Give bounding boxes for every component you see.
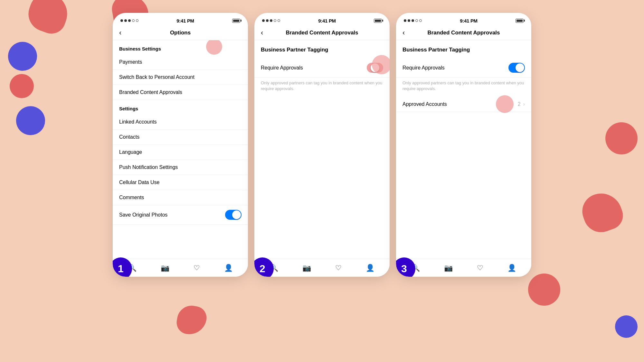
dot3 xyxy=(128,19,131,22)
push-notifications-label: Push Notification Settings xyxy=(119,164,178,170)
menu-item-save-photos[interactable]: Save Original Photos xyxy=(113,205,248,225)
chevron-right-icon: › xyxy=(523,101,525,107)
battery-icon-3 xyxy=(516,19,524,23)
dot4 xyxy=(132,19,135,22)
tab-camera-1[interactable]: 📷 xyxy=(158,261,172,275)
battery-icon-2 xyxy=(374,19,382,23)
dot3-3 xyxy=(412,19,414,22)
approved-accounts-label: Approved Accounts xyxy=(402,101,447,107)
tab-bar-1: 🔍 📷 ♡ 👤 xyxy=(113,259,248,277)
menu-item-linked-accounts[interactable]: Linked Accounts xyxy=(113,115,248,130)
battery-icon-1 xyxy=(232,19,240,23)
tab-heart-3[interactable]: ♡ xyxy=(474,261,486,275)
tab-camera-2[interactable]: 📷 xyxy=(300,261,314,275)
menu-item-branded-content[interactable]: Branded Content Approvals xyxy=(113,85,248,100)
tab-bar-3: 🔍 📷 ♡ 👤 xyxy=(396,259,531,277)
tab-bar-2: 🔍 📷 ♡ 👤 xyxy=(254,259,390,277)
menu-item-switch-account[interactable]: Switch Back to Personal Account xyxy=(113,70,248,85)
nav-title-2: Branded Content Approvals xyxy=(286,30,358,36)
back-button-3[interactable]: ‹ xyxy=(402,29,405,37)
tab-heart-2[interactable]: ♡ xyxy=(333,261,344,275)
tab-heart-1[interactable]: ♡ xyxy=(191,261,203,275)
dot3-2 xyxy=(270,19,272,22)
section-header-business: Business Settings xyxy=(113,40,248,55)
phone-1: 9:41 PM ‹ Options Business Settings Paym… xyxy=(113,13,248,277)
payments-label: Payments xyxy=(119,59,142,65)
status-time-1: 9:41 PM xyxy=(176,18,194,23)
bca-section-title-2: Business Partner Tagging xyxy=(254,40,390,58)
dot5-3 xyxy=(419,19,422,22)
battery-fill-1 xyxy=(233,20,239,22)
linked-accounts-label: Linked Accounts xyxy=(119,119,157,125)
approved-accounts-row[interactable]: Approved Accounts 2 › xyxy=(396,97,531,112)
require-approvals-row-3[interactable]: Require Approvals xyxy=(396,58,531,78)
dot2-2 xyxy=(266,19,269,22)
status-bar-2: 9:41 PM xyxy=(254,13,390,27)
nav-header-3: ‹ Branded Content Approvals xyxy=(396,27,531,40)
signal-dots-2 xyxy=(262,19,280,22)
tab-person-2[interactable]: 👤 xyxy=(363,261,377,275)
toggle-knob xyxy=(232,210,241,219)
dot2-3 xyxy=(408,19,410,22)
require-approvals-toggle-2[interactable] xyxy=(367,63,383,73)
phone-3-content: Business Partner Tagging Require Approva… xyxy=(396,40,531,255)
toggle-knob-3 xyxy=(516,63,524,72)
tab-person-1[interactable]: 👤 xyxy=(222,261,235,275)
nav-title-3: Branded Content Approvals xyxy=(427,30,500,36)
status-time-3: 9:41 PM xyxy=(460,18,478,23)
dot4-3 xyxy=(415,19,418,22)
status-bar-3: 9:41 PM xyxy=(396,13,531,27)
phone-3: 9:41 PM ‹ Branded Content Approvals Busi… xyxy=(396,13,531,277)
phone-2: 9:41 PM ‹ Branded Content Approvals Busi… xyxy=(254,13,390,277)
dot1 xyxy=(120,19,123,22)
status-battery-2 xyxy=(374,19,382,23)
status-bar-1: 9:41 PM xyxy=(113,13,248,27)
save-photos-toggle[interactable] xyxy=(225,210,242,220)
phone-1-content: Business Settings Payments Switch Back t… xyxy=(113,40,248,255)
menu-item-contacts[interactable]: Contacts xyxy=(113,130,248,145)
status-time-2: 9:41 PM xyxy=(318,18,336,23)
approved-accounts-right: 2 › xyxy=(518,101,525,107)
tab-camera-3[interactable]: 📷 xyxy=(441,261,455,275)
section-header-settings: Settings xyxy=(113,100,248,115)
dot5 xyxy=(136,19,138,22)
require-approvals-toggle-3[interactable] xyxy=(508,63,525,73)
back-button-1[interactable]: ‹ xyxy=(119,29,121,37)
status-battery-3 xyxy=(516,19,524,23)
require-approvals-label-3: Require Approvals xyxy=(402,65,445,71)
switch-account-label: Switch Back to Personal Account xyxy=(119,74,194,80)
branded-content-label: Branded Content Approvals xyxy=(119,89,182,95)
tab-person-3[interactable]: 👤 xyxy=(505,261,519,275)
dot1-2 xyxy=(262,19,265,22)
bca-section-title-3: Business Partner Tagging xyxy=(396,40,531,58)
menu-item-comments[interactable]: Comments xyxy=(113,190,248,205)
approved-accounts-count: 2 xyxy=(518,101,521,107)
menu-item-language[interactable]: Language xyxy=(113,145,248,160)
save-photos-label: Save Original Photos xyxy=(119,212,167,218)
dot1-3 xyxy=(404,19,406,22)
bca-description-3: Only approved partners can tag you in br… xyxy=(396,78,531,97)
nav-header-2: ‹ Branded Content Approvals xyxy=(254,27,390,40)
phones-container: 9:41 PM ‹ Options Business Settings Paym… xyxy=(35,13,609,349)
signal-dots-1 xyxy=(120,19,138,22)
require-approvals-label-2: Require Approvals xyxy=(261,65,303,71)
dot4-2 xyxy=(274,19,276,22)
menu-item-payments[interactable]: Payments xyxy=(113,55,248,70)
dot2 xyxy=(124,19,127,22)
toggle-knob-2 xyxy=(371,63,379,72)
require-approvals-row-2[interactable]: Require Approvals xyxy=(254,58,390,78)
phone-2-content: Business Partner Tagging Require Approva… xyxy=(254,40,390,255)
comments-label: Comments xyxy=(119,195,144,200)
menu-item-push-notifications[interactable]: Push Notification Settings xyxy=(113,160,248,175)
bca-description-2: Only approved partners can tag you in br… xyxy=(254,78,390,97)
nav-header-1: ‹ Options xyxy=(113,27,248,40)
signal-dots-3 xyxy=(404,19,422,22)
nav-title-1: Options xyxy=(170,30,191,36)
contacts-label: Contacts xyxy=(119,134,139,140)
status-battery-1 xyxy=(232,19,240,23)
dot5-2 xyxy=(278,19,280,22)
cellular-data-label: Cellular Data Use xyxy=(119,180,159,185)
battery-fill-2 xyxy=(375,20,381,22)
back-button-2[interactable]: ‹ xyxy=(261,29,263,37)
menu-item-cellular-data[interactable]: Cellular Data Use xyxy=(113,175,248,190)
